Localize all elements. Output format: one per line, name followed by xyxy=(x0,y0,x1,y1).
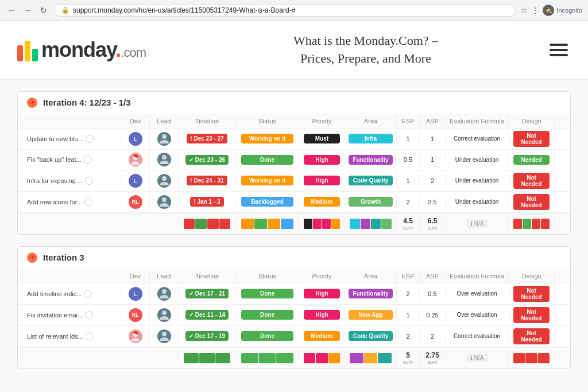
browser-chrome: ← → ↻ 🔒 support.monday.com/hc/en-us/arti… xyxy=(0,0,588,21)
lock-icon: 🔒 xyxy=(61,6,69,14)
refresh-button[interactable]: ↻ xyxy=(38,5,49,16)
row-checkbox[interactable] xyxy=(84,290,92,298)
row-checkbox[interactable] xyxy=(84,156,92,164)
summary-area-colors xyxy=(345,351,397,366)
iteration-3-summary: 5 sum 2.75 sum ℹN/A xyxy=(18,347,570,368)
cell-lead xyxy=(150,172,179,190)
col3-area: Area xyxy=(345,269,397,283)
table-row: List of relevant ids... ✓ Dec 17 - 19 Do… xyxy=(18,326,570,347)
summary-na-badge: ℹN/A xyxy=(446,351,509,364)
cell-eval: Correct evaluation xyxy=(446,133,509,144)
cell-design: Not Needed xyxy=(509,326,555,347)
cell-status: Backlogged xyxy=(236,195,299,209)
incognito-indicator: 🕵 Incognito xyxy=(543,5,582,16)
page-title: What is the Monday.Com? – Prices, Prepar… xyxy=(189,32,542,68)
back-button[interactable]: ← xyxy=(6,5,17,16)
incognito-icon: 🕵 xyxy=(543,5,554,16)
cell-priority: High xyxy=(299,286,345,301)
col3-dev: Dev xyxy=(121,269,150,283)
cell-eval: Correct evaluation xyxy=(446,331,509,341)
table-row: Update to new blu... L ! Dec 23 - 27 Wor… xyxy=(18,129,570,150)
cell-timeline: ! Jan 1 - 3 xyxy=(179,195,236,209)
cell-area: Code Quality xyxy=(345,329,397,343)
cell-priority: Medium xyxy=(299,195,345,209)
col-eval: Evaluation Formula xyxy=(446,114,509,128)
iteration-3-col-headers: Dev Lead Timeline Status Priority Area E… xyxy=(18,269,570,284)
cell-label: Add new icons for... xyxy=(18,196,121,208)
summary-timeline-colors xyxy=(179,216,236,231)
cell-asp: 1 xyxy=(420,154,446,165)
summary-design-colors xyxy=(509,216,555,231)
row-checkbox[interactable] xyxy=(85,177,93,185)
cell-status: Working on it xyxy=(236,131,299,146)
row-checkbox[interactable] xyxy=(86,332,94,340)
cell-label: Add timeline indic... xyxy=(18,288,121,300)
col3-priority: Priority xyxy=(299,269,345,283)
summary-priority-colors xyxy=(299,216,345,231)
col-dev: Dev xyxy=(121,114,150,128)
col3-task xyxy=(18,269,121,283)
logo-bars-icon xyxy=(17,38,38,61)
cell-area: Infra xyxy=(345,131,397,146)
cell-timeline: ! Dec 23 - 27 xyxy=(179,131,236,146)
content-area: 📌 Iteration 4: 12/23 - 1/3 Dev Lead Time… xyxy=(0,80,588,392)
row-checkbox[interactable] xyxy=(84,198,92,206)
browser-actions: ☆ ⋮ 🕵 Incognito xyxy=(520,5,582,16)
col3-timeline: Timeline xyxy=(179,269,236,283)
col3-lead: Lead xyxy=(150,269,179,283)
col-design: Design xyxy=(509,114,555,128)
hamburger-line-1 xyxy=(550,44,568,46)
summary-status-colors xyxy=(236,351,299,366)
cell-status: Working on it xyxy=(236,173,299,188)
table-row: Fix "back up" feat... ✓ Dec 23 - 26 Done… xyxy=(18,150,570,170)
cell-asp: 2.5 xyxy=(420,196,446,208)
col-priority: Priority xyxy=(299,114,345,128)
table-row: Fix invitation emai... RL ✓ Dec 11 - 14 … xyxy=(18,305,570,326)
cell-design: Not Needed xyxy=(509,129,555,149)
summary-lead-cell xyxy=(150,356,179,360)
cell-lead xyxy=(150,150,179,169)
cell-timeline: ✓ Dec 11 - 14 xyxy=(179,308,236,322)
cell-lead xyxy=(150,285,179,303)
cell-priority: High xyxy=(299,173,345,188)
bookmark-button[interactable]: ☆ xyxy=(520,6,528,15)
cell-dev: L xyxy=(121,130,150,148)
cell-timeline: ✓ Dec 17 - 19 xyxy=(179,329,236,343)
cell-asp: 0.5 xyxy=(420,288,446,300)
row-checkbox[interactable] xyxy=(85,311,93,319)
col-asp: ASP xyxy=(420,114,446,128)
iteration-4-rows: Update to new blu... L ! Dec 23 - 27 Wor… xyxy=(18,129,570,212)
cell-esp: 2 xyxy=(397,196,420,208)
col3-design: Design xyxy=(509,269,555,283)
iteration-3-block: 📌 Iteration 3 Dev Lead Timeline Status P… xyxy=(17,246,571,369)
summary-dev-cell xyxy=(121,222,150,226)
table-row: Add new icons for... RL ! Jan 1 - 3 Back… xyxy=(18,192,570,212)
cell-area: Growth xyxy=(345,195,397,209)
cell-label: List of relevant ids... xyxy=(18,330,121,343)
menu-button[interactable]: ⋮ xyxy=(531,6,539,15)
col3-status: Status xyxy=(236,269,299,283)
svg-point-8 xyxy=(162,332,167,336)
cell-label: Update to new blu... xyxy=(18,133,121,145)
cell-eval: Under evaluation xyxy=(446,175,509,186)
table-row: Add timeline indic... L ✓ Dec 17 - 21 Do… xyxy=(18,284,570,305)
hamburger-menu[interactable] xyxy=(542,41,571,59)
incognito-label: Incognito xyxy=(556,7,582,14)
row-checkbox[interactable] xyxy=(86,135,94,143)
forward-button[interactable]: → xyxy=(22,5,33,16)
cell-esp: 2 xyxy=(397,331,420,342)
cell-eval: Under evaluation xyxy=(446,196,509,207)
cell-priority: Must xyxy=(299,131,345,146)
iteration-4-summary: 4.5 sum 6.5 sum ℹN/A xyxy=(18,212,570,234)
summary-asp-total: 6.5 sum xyxy=(420,215,446,233)
address-bar[interactable]: 🔒 support.monday.com/hc/en-us/articles/1… xyxy=(54,4,516,17)
cell-design: Needed xyxy=(509,153,555,167)
col3-asp: ASP xyxy=(420,269,446,283)
summary-label-cell xyxy=(18,222,121,226)
iteration-3-header: 📌 Iteration 3 xyxy=(18,247,570,269)
cell-dev: RL xyxy=(121,193,150,211)
cell-dev: L xyxy=(121,285,150,303)
col-task xyxy=(18,114,121,128)
summary-esp-total: 5 sum xyxy=(397,349,420,367)
logo-text: monday..com xyxy=(41,38,146,62)
